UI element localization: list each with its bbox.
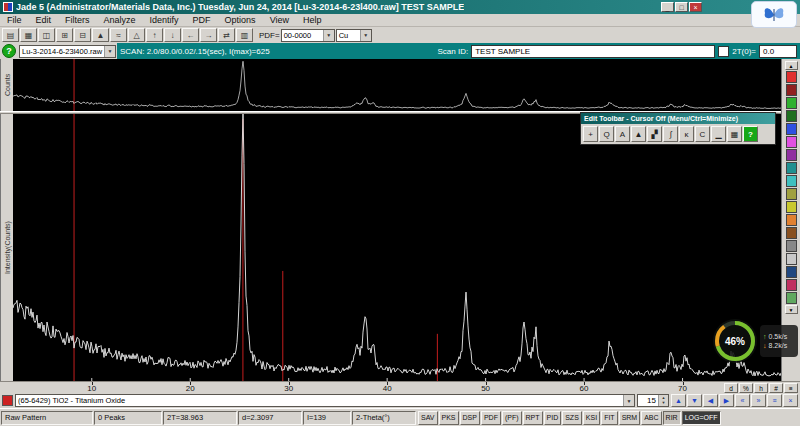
- main-chart-canvas[interactable]: [13, 114, 781, 381]
- grid-tool-icon[interactable]: ▦: [727, 126, 742, 142]
- peak-area-tool-icon[interactable]: ▲: [631, 126, 646, 142]
- list-button[interactable]: ≡: [784, 383, 798, 393]
- status-button-pks[interactable]: PKS: [439, 411, 459, 425]
- help-button[interactable]: ?: [2, 44, 16, 58]
- status-button-sav[interactable]: SAV: [418, 411, 438, 425]
- help-icon[interactable]: ?: [743, 126, 758, 142]
- close-button[interactable]: ×: [689, 2, 702, 12]
- menu-item-help[interactable]: Help: [296, 14, 329, 26]
- color-swatch-0[interactable]: [786, 71, 797, 83]
- overview-chart-canvas[interactable]: [13, 59, 781, 111]
- color-swatch-7[interactable]: [786, 162, 797, 174]
- intensity-scale-spinner[interactable]: 15 ▲ ▼: [637, 394, 669, 407]
- status-button-pdf[interactable]: PDF: [481, 411, 501, 425]
- spinner-arrows[interactable]: ▲ ▼: [658, 395, 668, 406]
- nav-first-icon[interactable]: «: [735, 394, 750, 407]
- menu-item-filters[interactable]: Filters: [58, 14, 97, 26]
- color-swatch-17[interactable]: [786, 292, 797, 304]
- paste-icon[interactable]: ⊟: [74, 28, 91, 42]
- overlay-pattern-icon[interactable]: ▲: [92, 28, 109, 42]
- minimize-button[interactable]: _: [661, 2, 674, 12]
- swap-view-icon[interactable]: ⇄: [218, 28, 235, 42]
- phase-combo[interactable]: (65-6429) TiO2 - Titanium Oxide ▼: [15, 394, 635, 407]
- edit-toolbar-title[interactable]: Edit Toolbar - Cursor Off (Menu/Ctrl=Min…: [581, 113, 775, 124]
- background-tool-icon[interactable]: ▞: [647, 126, 662, 142]
- status-button-dsp[interactable]: DSP: [460, 411, 480, 425]
- anode-combo[interactable]: Cu ▼: [336, 29, 372, 42]
- color-swatch-14[interactable]: [786, 253, 797, 265]
- cursor-tool-icon[interactable]: +: [583, 126, 598, 142]
- scan-id-input[interactable]: TEST SAMPLE: [471, 45, 715, 58]
- status-button-logoff[interactable]: LOG=OFF: [682, 411, 721, 425]
- chevron-down-icon[interactable]: ▼: [360, 30, 371, 41]
- status-button-szs[interactable]: SZS: [562, 411, 582, 425]
- color-swatch-8[interactable]: [786, 175, 797, 187]
- copy-icon[interactable]: ⊞: [56, 28, 73, 42]
- pdf-number-combo[interactable]: 00-0000 ▼: [281, 29, 335, 42]
- color-swatch-3[interactable]: [786, 110, 797, 122]
- color-swatch-15[interactable]: [786, 266, 797, 278]
- percent-button[interactable]: %: [739, 383, 753, 393]
- menu-item-edit[interactable]: Edit: [29, 14, 59, 26]
- color-swatch-5[interactable]: [786, 136, 797, 148]
- index-button[interactable]: #: [769, 383, 783, 393]
- color-swatch-11[interactable]: [786, 214, 797, 226]
- color-swatch-13[interactable]: [786, 240, 797, 252]
- status-button-rir[interactable]: RIR: [663, 411, 681, 425]
- next-scan-icon[interactable]: →: [200, 28, 217, 42]
- previous-scan-icon[interactable]: ←: [182, 28, 199, 42]
- status-button-srm[interactable]: SRM: [619, 411, 641, 425]
- print-icon[interactable]: ◫: [38, 28, 55, 42]
- color-swatch-6[interactable]: [786, 149, 797, 161]
- integrate-tool-icon[interactable]: ∫: [663, 126, 678, 142]
- chevron-down-icon[interactable]: ▼: [323, 30, 334, 41]
- palette-scroll-down-icon[interactable]: ▼: [785, 305, 798, 314]
- nav-right-icon[interactable]: ▶: [719, 394, 734, 407]
- chevron-down-icon[interactable]: ▼: [623, 395, 634, 406]
- nav-close-icon[interactable]: ×: [783, 394, 798, 407]
- color-swatch-2[interactable]: [786, 97, 797, 109]
- peak-search-icon[interactable]: △: [128, 28, 145, 42]
- color-swatch-12[interactable]: [786, 227, 797, 239]
- shift-up-icon[interactable]: ↑: [146, 28, 163, 42]
- nav-list-icon[interactable]: ≡: [767, 394, 782, 407]
- open-file-icon[interactable]: ▤: [2, 28, 19, 42]
- two-theta-zero-input[interactable]: 0.0: [759, 45, 797, 58]
- annotate-tool-icon[interactable]: A: [615, 126, 630, 142]
- color-swatch-9[interactable]: [786, 188, 797, 200]
- nav-left-icon[interactable]: ◀: [703, 394, 718, 407]
- color-swatch-4[interactable]: [786, 123, 797, 135]
- two-theta-zero-checkbox[interactable]: [718, 46, 729, 57]
- spinner-down-icon[interactable]: ▼: [659, 400, 668, 405]
- chevron-down-icon[interactable]: ▼: [104, 46, 115, 57]
- menu-item-pdf[interactable]: PDF: [186, 14, 218, 26]
- shift-down-icon[interactable]: ↓: [164, 28, 181, 42]
- grid-toggle-icon[interactable]: ▥: [236, 28, 253, 42]
- color-swatch-1[interactable]: [786, 84, 797, 96]
- color-swatch-10[interactable]: [786, 201, 797, 213]
- nav-down-icon[interactable]: ▼: [687, 394, 702, 407]
- file-combo[interactable]: Lu-3-2014-6-23l400.raw ▼: [19, 45, 116, 58]
- nav-up-icon[interactable]: ▲: [671, 394, 686, 407]
- status-button-pid[interactable]: PID: [544, 411, 562, 425]
- nav-last-icon[interactable]: »: [751, 394, 766, 407]
- status-button-fit[interactable]: FIT: [601, 411, 618, 425]
- status-button-abc[interactable]: ABC: [641, 411, 661, 425]
- color-swatch-16[interactable]: [786, 279, 797, 291]
- smooth-curve-icon[interactable]: ≈: [110, 28, 127, 42]
- menu-item-identify[interactable]: Identify: [143, 14, 186, 26]
- maximize-button[interactable]: □: [675, 2, 688, 12]
- status-button-pf[interactable]: (PF): [502, 411, 522, 425]
- menu-item-file[interactable]: File: [0, 14, 29, 26]
- status-button-ksi[interactable]: KSI: [583, 411, 600, 425]
- d-spacing-button[interactable]: d: [724, 383, 738, 393]
- kalpha2-strip-tool-icon[interactable]: κ: [679, 126, 694, 142]
- menu-item-options[interactable]: Options: [218, 14, 263, 26]
- save-icon[interactable]: ▦: [20, 28, 37, 42]
- height-button[interactable]: h: [754, 383, 768, 393]
- menu-item-analyze[interactable]: Analyze: [97, 14, 143, 26]
- baseline-tool-icon[interactable]: ▁: [711, 126, 726, 142]
- calibrate-tool-icon[interactable]: C: [695, 126, 710, 142]
- status-button-rpt[interactable]: RPT: [523, 411, 543, 425]
- menu-item-view[interactable]: View: [263, 14, 296, 26]
